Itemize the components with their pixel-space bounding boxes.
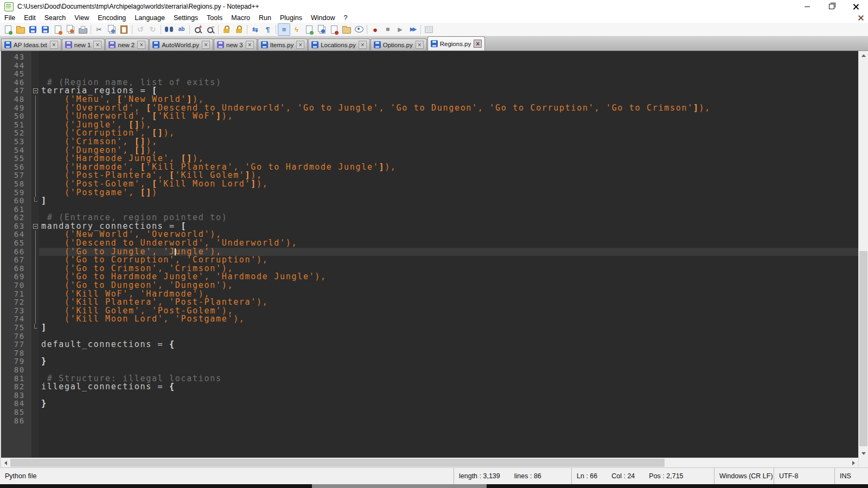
- tab-regions-py[interactable]: Regions.py: [427, 36, 486, 50]
- menu-item-tools[interactable]: Tools: [202, 13, 227, 23]
- close-button[interactable]: [844, 0, 868, 13]
- mark-style-icon[interactable]: [328, 23, 340, 36]
- tab-ap-ideas-txt[interactable]: AP Ideas.txt: [1, 38, 61, 50]
- cut-icon[interactable]: ✂: [93, 23, 105, 36]
- code-text[interactable]: [39, 391, 858, 400]
- horizontal-scroll-track[interactable]: [10, 458, 849, 467]
- find-icon[interactable]: [163, 23, 175, 36]
- run-macro-multiple-icon[interactable]: ▶▶: [406, 23, 419, 36]
- fold-open-marker-icon[interactable]: [33, 88, 38, 93]
- vertical-scroll-track[interactable]: [859, 60, 868, 449]
- restore-button[interactable]: [819, 0, 844, 13]
- tab-locations-py[interactable]: Locations.py: [308, 38, 370, 50]
- code-text[interactable]: }: [39, 357, 858, 366]
- word-wrap-icon[interactable]: ⇆: [249, 23, 261, 36]
- stop-macro-icon[interactable]: ■: [381, 23, 394, 36]
- code-text[interactable]: illegal_connections = {: [39, 383, 858, 391]
- code-text[interactable]: ]: [39, 197, 858, 206]
- document-map-icon[interactable]: [303, 23, 315, 36]
- tab-items-py[interactable]: Items.py: [258, 38, 308, 50]
- horizontal-scroll-thumb[interactable]: [10, 459, 665, 467]
- tab-new-2[interactable]: new 2: [105, 38, 149, 50]
- code-text[interactable]: [39, 417, 858, 426]
- tab-options-py[interactable]: Options.py: [371, 38, 427, 50]
- menu-item-window[interactable]: Window: [307, 13, 339, 23]
- status-eol-format[interactable]: Windows (CR LF): [714, 468, 774, 484]
- code-text[interactable]: ('Postgame', []): [39, 189, 858, 197]
- replace-icon[interactable]: ab: [175, 23, 188, 36]
- horizontal-scrollbar[interactable]: [1, 458, 858, 467]
- tab-close-icon[interactable]: [202, 41, 210, 49]
- code-text[interactable]: [39, 53, 858, 62]
- fold-open-marker-icon[interactable]: [33, 224, 38, 229]
- code-text[interactable]: [39, 408, 858, 417]
- document-list-icon[interactable]: [315, 23, 328, 36]
- monitoring-eye-icon[interactable]: [353, 23, 365, 36]
- code-text[interactable]: }: [39, 400, 858, 408]
- tab-autoworld-py[interactable]: AutoWorld.py: [149, 38, 213, 50]
- save-icon[interactable]: [27, 23, 39, 36]
- menu-item-file[interactable]: File: [0, 13, 20, 23]
- code-text[interactable]: ('Post-Golem', ['Kill Moon Lord']),: [39, 180, 858, 189]
- zoom-out-icon[interactable]: −: [204, 23, 216, 36]
- vertical-scroll-thumb[interactable]: [859, 251, 867, 446]
- tab-close-icon[interactable]: [50, 41, 58, 49]
- close-document-icon[interactable]: [857, 14, 865, 22]
- close-all-files-icon[interactable]: [64, 23, 76, 36]
- zoom-in-icon[interactable]: +: [192, 23, 204, 36]
- menu-item-view[interactable]: View: [70, 13, 93, 23]
- code-text[interactable]: ('Corruption', []),: [39, 129, 858, 138]
- tab-close-icon[interactable]: [359, 41, 367, 49]
- scroll-right-button[interactable]: [849, 458, 858, 467]
- fold-margin[interactable]: [31, 222, 39, 231]
- menu-item-run[interactable]: Run: [254, 13, 276, 23]
- copy-icon[interactable]: [105, 23, 118, 36]
- play-macro-icon[interactable]: ▶: [394, 23, 406, 36]
- vertical-scrollbar[interactable]: [858, 51, 868, 467]
- menu-item-plugins[interactable]: Plugins: [276, 13, 307, 23]
- code-text[interactable]: ('Underworld', ['Kill WoF']),: [39, 112, 858, 121]
- save-macro-icon[interactable]: [423, 23, 435, 36]
- scroll-down-button[interactable]: [859, 449, 868, 458]
- code-area[interactable]: 43444546 # (Region name, list of exits)4…: [1, 51, 858, 458]
- project-panel-icon[interactable]: [340, 23, 353, 36]
- tab-close-icon[interactable]: [246, 41, 254, 49]
- sync-horizontal-scroll-icon[interactable]: [233, 23, 245, 36]
- tab-close-icon[interactable]: [93, 41, 101, 49]
- menu-item-encoding[interactable]: Encoding: [93, 13, 130, 23]
- tab-close-icon[interactable]: [474, 40, 482, 48]
- sync-vertical-scroll-icon[interactable]: [220, 23, 233, 36]
- print-icon[interactable]: [76, 23, 89, 36]
- code-text[interactable]: ('Crimson', []),: [39, 138, 858, 146]
- menu-item-[interactable]: ?: [339, 13, 352, 23]
- tab-close-icon[interactable]: [137, 41, 145, 49]
- code-text[interactable]: ]: [39, 324, 858, 332]
- undo-icon[interactable]: ↺: [134, 23, 146, 36]
- fold-margin[interactable]: [31, 87, 39, 95]
- minimize-button[interactable]: [795, 0, 819, 13]
- menu-item-settings[interactable]: Settings: [169, 13, 202, 23]
- open-file-icon[interactable]: [14, 23, 27, 36]
- new-file-icon[interactable]: [2, 23, 14, 36]
- tab-new-1[interactable]: new 1: [62, 38, 105, 50]
- status-encoding[interactable]: UTF-8: [774, 468, 834, 484]
- code-text[interactable]: # (Region name, list of exits): [39, 79, 858, 87]
- paste-icon[interactable]: [118, 23, 130, 36]
- tab-close-icon[interactable]: [416, 41, 424, 49]
- tab-new-3[interactable]: new 3: [214, 38, 257, 50]
- menu-item-language[interactable]: Language: [130, 13, 169, 23]
- scroll-left-button[interactable]: [1, 458, 10, 467]
- menu-item-search[interactable]: Search: [40, 13, 71, 23]
- show-all-characters-icon[interactable]: ¶: [261, 23, 274, 36]
- redo-icon[interactable]: ↻: [146, 23, 159, 36]
- close-file-icon[interactable]: [52, 23, 64, 36]
- save-all-icon[interactable]: [39, 23, 52, 36]
- scroll-up-button[interactable]: [859, 51, 868, 60]
- record-macro-icon[interactable]: ●: [369, 23, 381, 36]
- code-text[interactable]: [39, 62, 858, 70]
- code-text[interactable]: [39, 349, 858, 358]
- tab-close-icon[interactable]: [296, 41, 304, 49]
- status-insert-mode[interactable]: INS: [834, 468, 868, 484]
- menu-item-macro[interactable]: Macro: [227, 13, 254, 23]
- menu-item-edit[interactable]: Edit: [20, 13, 40, 23]
